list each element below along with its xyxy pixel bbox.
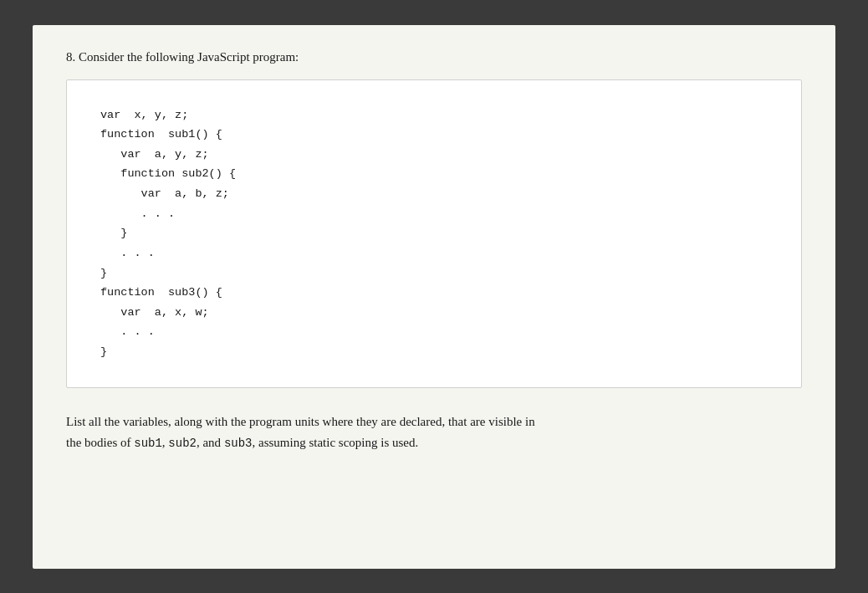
sub2-code: sub2 <box>168 437 197 450</box>
body-text-line2-start: the bodies of <box>66 436 134 449</box>
code-box: var x, y, z; function sub1() { var a, y,… <box>66 79 802 388</box>
question-header: 8. Consider the following JavaScript pro… <box>66 50 802 64</box>
question-intro: Consider the following JavaScript progra… <box>79 50 299 64</box>
code-block: var x, y, z; function sub1() { var a, y,… <box>100 105 768 362</box>
question-text: List all the variables, along with the p… <box>66 412 802 454</box>
and-text: , and <box>197 436 224 449</box>
sub3-code: sub3 <box>224 437 253 450</box>
question-number: 8. <box>66 50 75 64</box>
body-text-line1: List all the variables, along with the p… <box>66 415 535 428</box>
page-card: 8. Consider the following JavaScript pro… <box>33 25 835 569</box>
sub1-code: sub1 <box>134 437 162 450</box>
end-text: , assuming static scoping is used. <box>252 436 418 449</box>
